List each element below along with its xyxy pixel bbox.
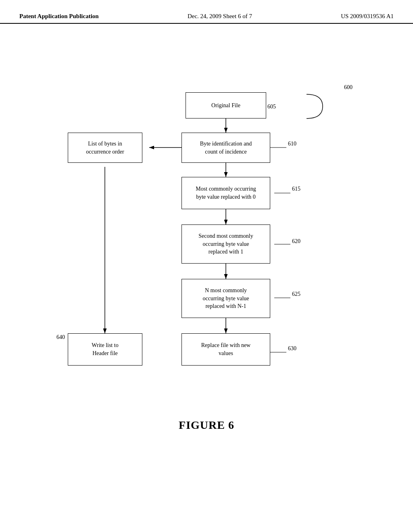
page-header: Patent Application Publication Dec. 24, … [0, 0, 413, 24]
figure-caption: FIGURE 6 [0, 419, 413, 432]
second-most-box: Second most commonly occurring byte valu… [181, 224, 270, 264]
patent-number-label: US 2009/0319536 A1 [341, 13, 394, 20]
ref-640: 640 [56, 334, 65, 341]
ref-630: 630 [288, 345, 296, 352]
ref-615: 615 [292, 186, 300, 192]
ref-600: 600 [344, 84, 353, 91]
ref-620: 620 [292, 238, 300, 245]
date-sheet-label: Dec. 24, 2009 Sheet 6 of 7 [188, 13, 252, 20]
original-file-box: Original File [186, 92, 266, 118]
most-common-box: Most commonly occurring byte value repla… [181, 177, 270, 209]
n-most-box: N most commonly occurring byte value rep… [181, 279, 270, 318]
write-list-box: Write list to Header file [68, 333, 142, 366]
ref-625: 625 [292, 291, 300, 297]
byte-id-box: Byte identification and count of inciden… [181, 133, 270, 163]
replace-file-box: Replace file with new values [181, 333, 270, 366]
ref-610: 610 [288, 141, 296, 147]
diagram-area: 600 605 Original File 610 Byte identific… [0, 32, 413, 415]
list-bytes-box: List of bytes in occurrence order [68, 133, 142, 163]
ref-605: 605 [267, 104, 276, 110]
publication-label: Patent Application Publication [19, 13, 99, 20]
